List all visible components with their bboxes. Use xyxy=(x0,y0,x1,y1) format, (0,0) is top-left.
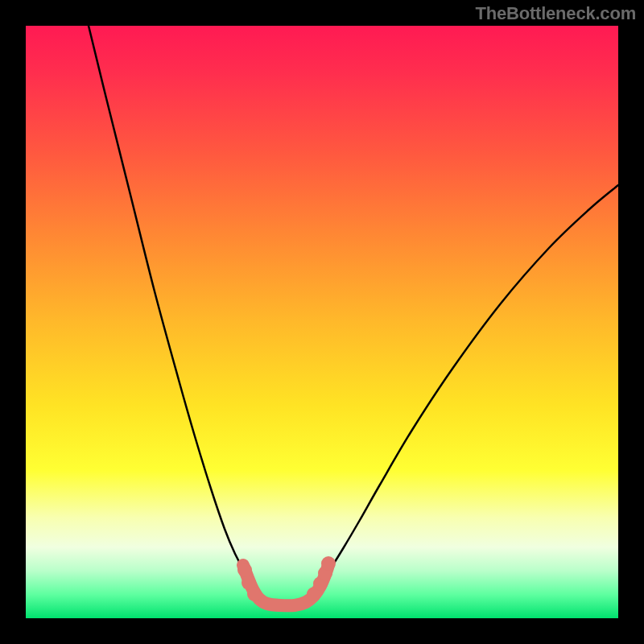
overlay-dot xyxy=(321,556,336,571)
chart-svg xyxy=(26,26,618,618)
curve-right-branch xyxy=(322,185,618,580)
watermark-text: TheBottleneck.com xyxy=(475,3,636,24)
overlay-dot xyxy=(237,563,252,577)
overlay-dot xyxy=(247,587,262,601)
curve-left-branch xyxy=(89,26,253,583)
chart-frame xyxy=(26,26,618,618)
